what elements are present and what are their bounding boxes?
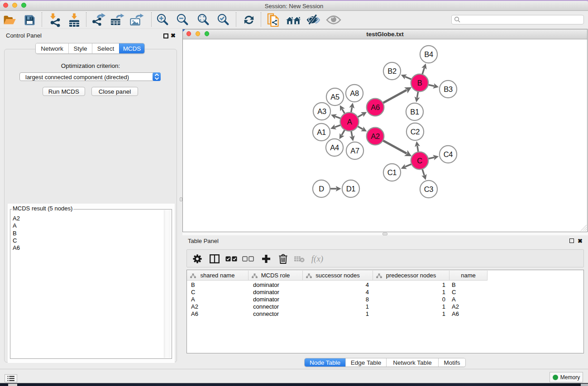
graph-edge-C-C3[interactable] bbox=[422, 168, 425, 176]
result-item[interactable]: B bbox=[11, 230, 163, 237]
column-header-shared-name[interactable]: shared name bbox=[187, 271, 249, 280]
graph-edge-A6-B[interactable] bbox=[382, 90, 406, 103]
deselect-all-button[interactable] bbox=[241, 252, 255, 266]
graph-node-A4[interactable]: A4 bbox=[326, 139, 343, 156]
delete-table-button[interactable] bbox=[292, 252, 306, 266]
graph-node-B2[interactable]: B2 bbox=[383, 62, 401, 80]
vertical-splitter-grip[interactable] bbox=[180, 197, 182, 201]
close-panel-button[interactable]: Close panel bbox=[91, 87, 138, 96]
graph-node-A2[interactable]: A2 bbox=[367, 128, 384, 145]
export-image-button[interactable] bbox=[129, 13, 145, 27]
graph-node-A6[interactable]: A6 bbox=[367, 99, 384, 116]
mcds-result-list[interactable]: A2ABCA6 bbox=[11, 215, 163, 252]
graph-edge-B-B1[interactable] bbox=[417, 91, 418, 98]
graph-edge-B-B3[interactable] bbox=[428, 85, 435, 86]
table-panel-close-icon[interactable]: ✖ bbox=[578, 238, 583, 244]
graph-node-C[interactable]: C bbox=[411, 152, 428, 169]
table-row[interactable]: Cdominator41C bbox=[187, 288, 488, 295]
graph-edge-A-A1[interactable] bbox=[335, 125, 341, 127]
graph-node-B[interactable]: B bbox=[411, 74, 428, 91]
export-network-button[interactable] bbox=[91, 13, 107, 27]
table-row[interactable]: Bdominator41B bbox=[187, 281, 488, 288]
toggle-panes-button[interactable] bbox=[207, 252, 222, 266]
refresh-button[interactable] bbox=[241, 13, 257, 27]
table-row[interactable]: A2connector11A2 bbox=[187, 303, 488, 310]
result-item[interactable]: A6 bbox=[11, 244, 163, 252]
show-hide-panels-button[interactable] bbox=[286, 13, 301, 27]
tab-network-table[interactable]: Network Table bbox=[386, 358, 438, 367]
graph-node-C1[interactable]: C1 bbox=[383, 164, 401, 181]
tab-edge-table[interactable]: Edge Table bbox=[345, 358, 386, 367]
graph-node-B3[interactable]: B3 bbox=[440, 81, 457, 98]
graph-edge-C-C2[interactable] bbox=[417, 146, 418, 152]
hide-panel-button[interactable] bbox=[306, 13, 321, 27]
graph-node-A[interactable]: A bbox=[340, 113, 359, 131]
graph-edge-A-A4[interactable] bbox=[342, 129, 345, 135]
graph-edge-C-C4[interactable] bbox=[428, 157, 435, 159]
graph-node-A8[interactable]: A8 bbox=[346, 85, 363, 102]
tab-select[interactable]: Select bbox=[92, 43, 119, 53]
graph-edge-B-B4[interactable] bbox=[422, 68, 425, 75]
column-header-successor-nodes[interactable]: successor nodes bbox=[303, 271, 373, 280]
show-panel-button[interactable] bbox=[326, 13, 341, 27]
tab-mcds[interactable]: MCDS bbox=[119, 43, 144, 53]
clone-network-button[interactable] bbox=[266, 13, 281, 27]
column-header-predecessor-nodes[interactable]: predecessor nodes bbox=[373, 271, 449, 280]
result-item[interactable]: C bbox=[11, 237, 163, 244]
graph-edge-B-B2[interactable] bbox=[405, 76, 412, 80]
result-scrollbar[interactable] bbox=[164, 210, 171, 358]
export-table-button[interactable] bbox=[110, 13, 125, 27]
save-session-button[interactable] bbox=[22, 13, 37, 27]
add-column-button[interactable] bbox=[259, 252, 273, 266]
graph-node-D1[interactable]: D1 bbox=[342, 180, 359, 197]
table-settings-button[interactable] bbox=[190, 252, 205, 266]
optimization-criterion-select[interactable]: largest connected component (directed) bbox=[19, 72, 161, 81]
graph-node-C4[interactable]: C4 bbox=[440, 146, 457, 163]
search-input[interactable] bbox=[451, 15, 584, 24]
network-window-titlebar[interactable]: testGlobe.txt bbox=[183, 29, 587, 39]
zoom-in-button[interactable] bbox=[155, 13, 170, 27]
graph-node-A3[interactable]: A3 bbox=[313, 103, 330, 120]
graph-edge-A2-C[interactable] bbox=[382, 140, 406, 153]
graph-node-C3[interactable]: C3 bbox=[420, 181, 437, 198]
zoom-selected-button[interactable] bbox=[215, 13, 231, 27]
column-header-name[interactable]: name bbox=[449, 271, 488, 280]
zoom-out-button[interactable] bbox=[175, 13, 190, 27]
resize-grip-icon[interactable] bbox=[580, 225, 587, 231]
graph-node-A1[interactable]: A1 bbox=[313, 124, 330, 141]
table-panel-title: Table Panel bbox=[188, 238, 219, 244]
graph-node-A7[interactable]: A7 bbox=[346, 142, 363, 159]
table-row[interactable]: Adominator80A bbox=[187, 295, 488, 303]
node-label: C2 bbox=[411, 128, 420, 136]
import-table-button[interactable] bbox=[67, 13, 82, 27]
graph-node-D[interactable]: D bbox=[313, 180, 330, 197]
result-item[interactable]: A bbox=[11, 222, 163, 229]
table-row[interactable]: A6connector11A6 bbox=[187, 310, 488, 318]
graph-node-B4[interactable]: B4 bbox=[420, 46, 437, 63]
tab-motifs[interactable]: Motifs bbox=[438, 358, 465, 367]
control-panel-close-icon[interactable]: ✖ bbox=[171, 32, 176, 39]
main-titlebar: Session: New Session bbox=[0, 1, 588, 11]
horizontal-splitter-grip[interactable] bbox=[382, 233, 387, 235]
graph-node-C2[interactable]: C2 bbox=[406, 123, 424, 140]
control-panel-float-icon[interactable] bbox=[163, 33, 168, 38]
zoom-fit-button[interactable] bbox=[196, 13, 211, 27]
task-history-button[interactable] bbox=[5, 374, 17, 382]
network-canvas[interactable]: B4B2BB3A5A8A6B1A3AA1C2A2A4A7C4CC1C3DD1 bbox=[183, 40, 587, 232]
run-mcds-button[interactable]: Run MCDS bbox=[43, 87, 85, 96]
import-network-button[interactable] bbox=[47, 13, 62, 27]
tab-network[interactable]: Network bbox=[36, 43, 68, 53]
column-header-MCDS-role[interactable]: MCDS role bbox=[249, 271, 303, 280]
delete-column-button[interactable] bbox=[276, 252, 290, 266]
select-all-button[interactable] bbox=[224, 252, 239, 266]
table-panel-float-icon[interactable] bbox=[569, 238, 574, 243]
tab-node-table[interactable]: Node Table bbox=[305, 358, 345, 367]
memory-button[interactable]: Memory bbox=[550, 372, 583, 382]
tab-style[interactable]: Style bbox=[68, 43, 92, 53]
function-builder-button[interactable]: f(x) bbox=[310, 252, 325, 266]
result-item[interactable]: A2 bbox=[11, 215, 163, 222]
graph-edge-C-C1[interactable] bbox=[405, 164, 412, 167]
graph-node-A5[interactable]: A5 bbox=[326, 88, 344, 105]
open-file-button[interactable] bbox=[2, 13, 17, 27]
graph-node-B1[interactable]: B1 bbox=[406, 103, 423, 120]
